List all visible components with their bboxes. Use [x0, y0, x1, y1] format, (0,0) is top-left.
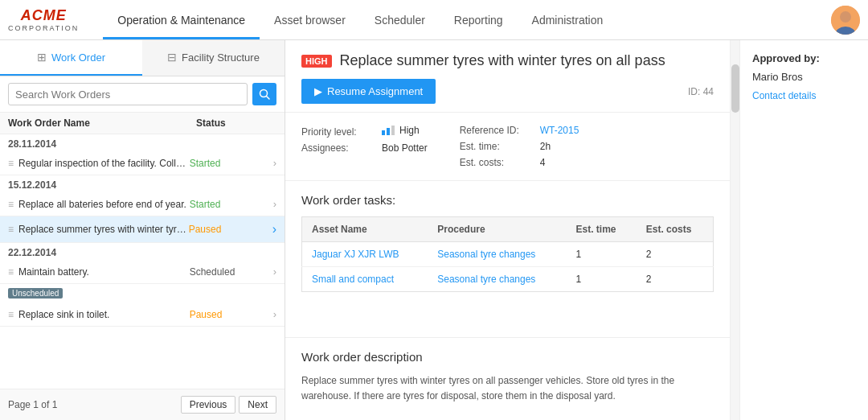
table-row[interactable]: Small and compact Seasonal tyre changes … [302, 267, 714, 292]
task-procedure-1[interactable]: Seasonal tyre changes [428, 242, 566, 267]
wo-name: Replace all bateries before end of year. [18, 199, 190, 210]
priority-badge: HIGH [301, 55, 332, 68]
desc-title: Work order description [301, 350, 714, 364]
task-est-costs-1: 2 [637, 242, 714, 267]
search-button[interactable] [252, 83, 276, 105]
col-header-status: Status [196, 117, 276, 129]
right-panel: HIGH Replace summer tyres with winter ty… [285, 40, 730, 420]
search-input[interactable] [8, 83, 248, 105]
wo-name: Regular inspection of the facility. Coll… [18, 158, 190, 169]
wo-status: Started [190, 199, 270, 210]
nav-item-asset[interactable]: Asset browser [260, 0, 360, 39]
date-group-3: 22.12.2014 [0, 243, 285, 260]
priority-value-row: High [382, 125, 420, 136]
reference-label: Reference ID: [460, 125, 532, 136]
work-order-title: Replace summer tyres with winter tyres o… [340, 52, 665, 69]
tab-work-order[interactable]: ⊞ Work Order [0, 40, 142, 76]
scroll-thumb[interactable] [731, 64, 739, 113]
priority-label: Priority level: [301, 126, 374, 138]
est-time-value: 2h [540, 141, 551, 152]
task-est-costs-2: 2 [637, 267, 714, 292]
right-sidebar: Approved by: Mario Bros Contact details [739, 40, 868, 420]
right-section: HIGH Replace summer tyres with winter ty… [285, 40, 868, 420]
priority-bars [382, 126, 395, 135]
priority-row: Priority level: High [301, 125, 428, 138]
resume-btn-label: Resume Assignment [327, 85, 423, 97]
avatar[interactable] [831, 6, 860, 35]
work-order-header: HIGH Replace summer tyres with winter ty… [285, 40, 730, 113]
task-est-time-2: 1 [566, 267, 636, 292]
chevron-right-icon: › [273, 266, 276, 278]
unscheduled-badge: Unscheduled [8, 288, 63, 299]
description-text: Replace summer tyres with winter tyres o… [301, 373, 714, 404]
logo: ACME CORPORATION [8, 7, 79, 32]
bar2 [387, 128, 390, 135]
main-content: ⊞ Work Order ⊟ Facility Structure Work O… [0, 40, 868, 420]
work-order-item[interactable]: ≡ Replace sink in toilet. Paused › [0, 303, 285, 327]
logo-corp: CORPORATION [8, 24, 79, 32]
drag-handle: ≡ [8, 199, 14, 210]
col-est-time: Est. time [566, 217, 636, 242]
left-tabs: ⊞ Work Order ⊟ Facility Structure [0, 40, 285, 76]
task-asset-2[interactable]: Small and compact [302, 267, 428, 292]
action-row: ▶ Resume Assignment ID: 44 [301, 79, 714, 104]
top-navigation: ACME CORPORATION Operation & Maintenance… [0, 0, 868, 40]
previous-button[interactable]: Previous [181, 396, 236, 414]
chevron-right-icon: › [273, 198, 276, 210]
page-info: Page 1 of 1 [8, 399, 57, 410]
description-section: Work order description Replace summer ty… [285, 337, 730, 420]
resume-button[interactable]: ▶ Resume Assignment [301, 79, 436, 104]
pagination: Page 1 of 1 Previous Next [0, 389, 285, 420]
date-group-2: 15.12.2014 [0, 175, 285, 192]
tasks-title: Work order tasks: [301, 193, 714, 207]
reference-value: WT-2015 [540, 125, 579, 136]
est-costs-row: Est. costs: 4 [460, 157, 579, 168]
col-procedure: Procedure [428, 217, 566, 242]
work-order-item[interactable]: ≡ Replace all bateries before end of yea… [0, 192, 285, 216]
bar3 [391, 126, 395, 135]
facility-icon: ⊟ [167, 51, 177, 64]
logo-acme: ACME [21, 7, 67, 24]
nav-items: Operation & Maintenance Asset browser Sc… [103, 0, 831, 39]
work-order-id: ID: 44 [688, 86, 714, 97]
work-order-item[interactable]: ≡ Regular inspection of the facility. Co… [0, 151, 285, 175]
wo-name: Maintain battery. [18, 266, 190, 278]
task-asset-1[interactable]: Jaguar XJ XJR LWB [302, 242, 428, 267]
tab-facility-structure[interactable]: ⊟ Facility Structure [142, 40, 285, 76]
assignees-label: Assignees: [301, 142, 374, 154]
nav-item-scheduler[interactable]: Scheduler [360, 0, 440, 39]
priority-value: High [399, 125, 420, 136]
task-procedure-2[interactable]: Seasonal tyre changes [428, 267, 566, 292]
wo-name: Replace summer tyres with winter tyres o… [18, 224, 189, 235]
drag-handle: ≡ [8, 309, 14, 320]
contact-link[interactable]: Contact details [752, 90, 816, 101]
nav-item-administration[interactable]: Administration [518, 0, 618, 39]
details-section: Priority level: High Assignees: B [285, 113, 730, 181]
wo-status: Started [190, 158, 270, 169]
table-row[interactable]: Jaguar XJ XJR LWB Seasonal tyre changes … [302, 242, 714, 267]
est-time-row: Est. time: 2h [460, 141, 579, 152]
est-time-label: Est. time: [460, 141, 532, 152]
drag-handle: ≡ [8, 224, 14, 235]
assignees-value: Bob Potter [382, 142, 428, 154]
bar1 [382, 130, 385, 135]
svg-point-1 [840, 11, 851, 23]
work-order-item[interactable]: ≡ Maintain battery. Scheduled › [0, 260, 285, 284]
scrollbar[interactable] [730, 40, 739, 420]
date-group-1: 28.11.2014 [0, 134, 285, 151]
wo-name: Replace sink in toilet. [18, 309, 190, 320]
nav-item-operation[interactable]: Operation & Maintenance [103, 0, 260, 39]
unscheduled-badge-wrapper: Unscheduled [0, 284, 285, 303]
next-button[interactable]: Next [239, 396, 276, 414]
list-header: Work Order Name Status [0, 113, 285, 134]
nav-item-reporting[interactable]: Reporting [440, 0, 518, 39]
approved-name: Mario Bros [752, 71, 856, 83]
play-icon: ▶ [314, 85, 322, 97]
right-details: Reference ID: WT-2015 Est. time: 2h Est.… [460, 125, 579, 168]
wo-status: Paused [190, 309, 270, 320]
col-header-name: Work Order Name [8, 117, 196, 129]
task-est-time-1: 1 [566, 242, 636, 267]
work-order-item-selected[interactable]: ≡ Replace summer tyres with winter tyres… [0, 216, 285, 243]
tab-facility-label: Facility Structure [182, 51, 260, 64]
approved-title: Approved by: [752, 52, 856, 64]
